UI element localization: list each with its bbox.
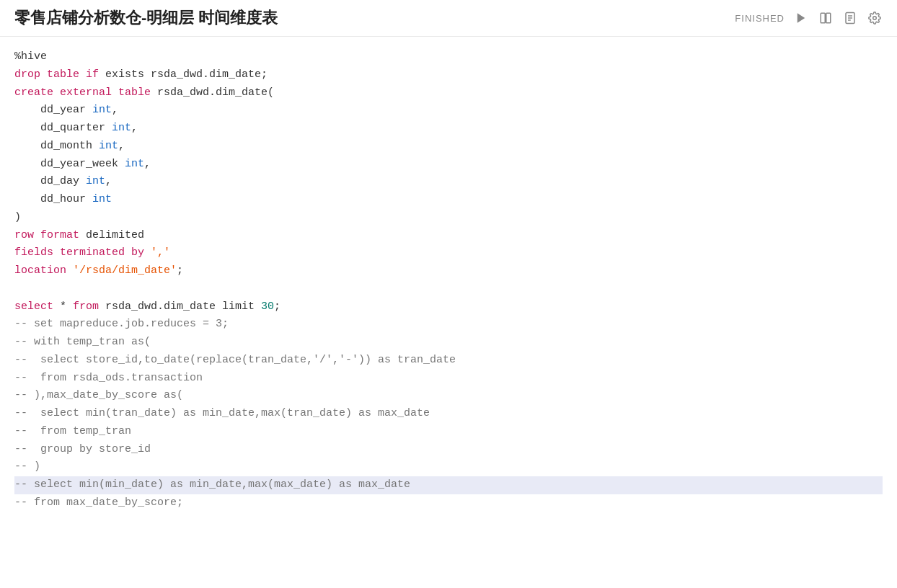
svg-rect-1 [821, 13, 825, 23]
run-icon[interactable] [793, 10, 809, 26]
settings-icon[interactable] [867, 10, 883, 26]
code-line-23: -- group by store_id [14, 441, 883, 459]
code-line-8: dd_day int, [14, 173, 883, 191]
page-title: 零售店铺分析数仓-明细层 时间维度表 [14, 7, 278, 29]
code-line-13: location '/rsda/dim_date'; [14, 262, 883, 280]
code-editor[interactable]: %hive drop table if exists rsda_dwd.dim_… [0, 37, 897, 580]
code-line-20: -- ),max_date_by_score as( [14, 387, 883, 405]
code-line-22: -- from temp_tran [14, 423, 883, 441]
code-line-16: -- set mapreduce.job.reduces = 3; [14, 316, 883, 334]
header: 零售店铺分析数仓-明细层 时间维度表 FINISHED [0, 0, 897, 37]
svg-point-7 [873, 17, 877, 20]
code-line-11: row format delimited [14, 227, 883, 245]
svg-rect-2 [826, 13, 831, 23]
code-line-26: -- from max_date_by_score; [14, 494, 883, 512]
code-line-5: dd_quarter int, [14, 120, 883, 138]
code-line-19: -- from rsda_ods.transaction [14, 370, 883, 388]
code-line-2: drop table if exists rsda_dwd.dim_date; [14, 66, 883, 84]
doc-icon[interactable] [842, 10, 858, 26]
svg-marker-0 [797, 13, 805, 23]
code-line-21: -- select min(tran_date) as min_date,max… [14, 405, 883, 423]
code-line-7: dd_year_week int, [14, 156, 883, 174]
status-badge: FINISHED [735, 13, 785, 24]
code-line-1: %hive [14, 48, 883, 66]
code-line-25: -- select min(min_date) as min_date,max(… [14, 476, 883, 494]
code-line-4: dd_year int, [14, 102, 883, 120]
code-line-6: dd_month int, [14, 138, 883, 156]
code-line-17: -- with temp_tran as( [14, 334, 883, 352]
code-line-10: ) [14, 209, 883, 227]
code-line-12: fields terminated by ',' [14, 244, 883, 262]
code-line-18: -- select store_id,to_date(replace(tran_… [14, 352, 883, 370]
code-line-15: select * from rsda_dwd.dim_date limit 30… [14, 298, 883, 316]
toolbar: FINISHED [735, 10, 883, 26]
code-line-3: create external table rsda_dwd.dim_date( [14, 84, 883, 102]
split-icon[interactable] [818, 10, 834, 26]
code-line-9: dd_hour int [14, 191, 883, 209]
code-line-14 [14, 280, 883, 298]
code-line-24: -- ) [14, 458, 883, 476]
